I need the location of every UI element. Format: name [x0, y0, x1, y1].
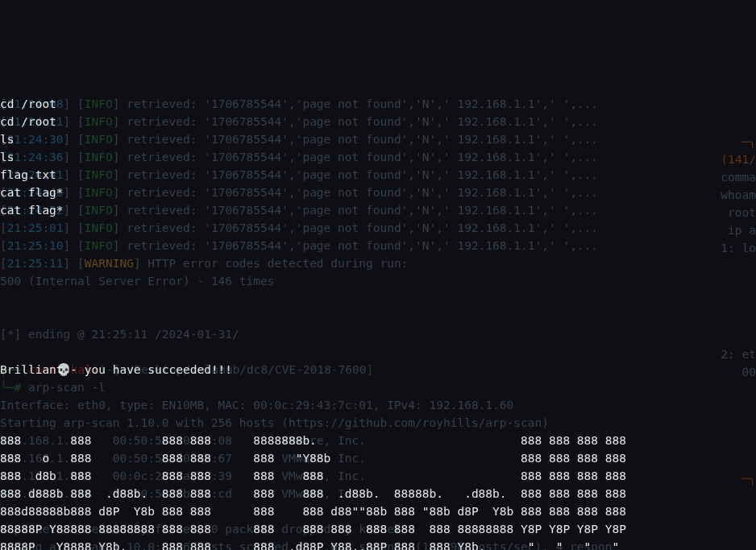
foreground-terminal-layer: cd /rootcd /rootlslsflag.txtcat flag*cat…: [0, 89, 756, 550]
fg-line: cd /root: [0, 95, 56, 113]
terminal-screen[interactable]: [21:24:08] [INFO] retrieved: '1706785544…: [0, 89, 756, 550]
fg-line: 88888P Y88888 88888888 888 888 888 888 8…: [0, 520, 626, 538]
fg-line: 8888P Y8888 Y8b. 888 888 888 .d88P Y88..…: [0, 538, 626, 550]
fg-line: cat flag*: [0, 184, 64, 201]
fg-line: flag.txt: [0, 166, 56, 184]
fg-line: 888d88888b888 d8P Y8b 888 888 888 888 d8…: [0, 502, 626, 520]
fg-line: 888 d888b 888 .d88b. 888 888 888 888 .d8…: [0, 485, 626, 502]
fg-line: ls: [0, 148, 14, 166]
fg-line: 888 888 888 888 8888888b. 888 888 888 88…: [0, 432, 626, 449]
fg-line: ls: [0, 130, 14, 148]
fg-line: cd /root: [0, 113, 56, 130]
fg-line: 888 d8b 888 888 888 888 888 888 888 888 …: [0, 467, 626, 485]
fg-line: Brilliant - you have succeeded!!!: [0, 361, 232, 378]
fg-line: cat flag*: [0, 201, 64, 219]
fg-line: 888 o 888 888 888 888 "Y88b 888 888 888 …: [0, 449, 626, 467]
